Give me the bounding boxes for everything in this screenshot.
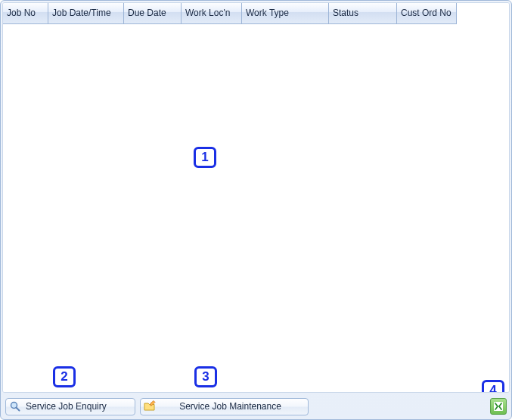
callout-1: 1 xyxy=(194,147,216,168)
svg-line-1 xyxy=(17,408,20,411)
edit-folder-icon xyxy=(144,400,156,412)
column-header-status[interactable]: Status xyxy=(329,3,397,24)
job-grid: Job No Job Date/Time Due Date Work Loc'n… xyxy=(2,2,510,393)
column-header-work-locn[interactable]: Work Loc'n xyxy=(182,3,242,24)
column-header-job-date-time[interactable]: Job Date/Time xyxy=(48,3,124,24)
job-grid-panel: Job No Job Date/Time Due Date Work Loc'n… xyxy=(0,0,512,420)
column-header-filler xyxy=(457,3,509,24)
column-header-cust-ord-no[interactable]: Cust Ord No xyxy=(397,3,457,24)
callout-4: 4 xyxy=(482,380,504,393)
grid-body-empty[interactable]: 1 2 3 4 xyxy=(3,24,509,392)
callout-2: 2 xyxy=(53,366,76,387)
footer-toolbar: Service Job Enquiry Service Job Maintena… xyxy=(2,393,510,418)
column-header-job-no[interactable]: Job No xyxy=(3,3,48,24)
service-job-maintenance-label: Service Job Maintenance xyxy=(160,401,300,412)
column-header-due-date[interactable]: Due Date xyxy=(124,3,182,24)
service-job-maintenance-button[interactable]: Service Job Maintenance xyxy=(140,398,309,415)
service-job-enquiry-button[interactable]: Service Job Enquiry xyxy=(5,398,135,415)
magnifier-icon xyxy=(9,400,21,412)
excel-icon xyxy=(493,401,504,412)
callout-3: 3 xyxy=(194,366,217,387)
column-header-work-type[interactable]: Work Type xyxy=(242,3,329,24)
grid-header-row: Job No Job Date/Time Due Date Work Loc'n… xyxy=(3,3,509,24)
export-excel-button[interactable] xyxy=(490,398,507,415)
service-job-enquiry-label: Service Job Enquiry xyxy=(26,401,107,412)
